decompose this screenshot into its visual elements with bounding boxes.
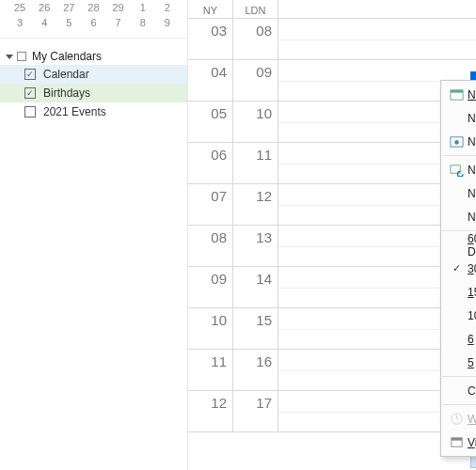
time-row: 0914 bbox=[188, 267, 476, 308]
menu-view-settings[interactable]: View Settings... bbox=[441, 431, 476, 454]
mini-cal-day[interactable]: 28 bbox=[81, 0, 105, 15]
time-slot[interactable] bbox=[278, 19, 476, 60]
mini-cal-day[interactable]: 9 bbox=[155, 15, 180, 30]
menu-scale-30[interactable]: ✓ 30 Minutes bbox=[441, 257, 476, 280]
mini-cal-day[interactable]: 4 bbox=[32, 15, 56, 30]
checkmark-icon: ✓ bbox=[445, 262, 468, 274]
time-row: 1015 bbox=[188, 308, 476, 350]
time-label-ny: 07 bbox=[188, 184, 233, 226]
group-label: My Calendars bbox=[32, 50, 102, 63]
mini-cal-day[interactable]: 5 bbox=[56, 15, 81, 30]
menu-scale-6[interactable]: 6 Minutes bbox=[441, 327, 476, 351]
calendar-list-item[interactable]: ✓Calendar bbox=[0, 65, 187, 84]
menu-scale-60[interactable]: 60 Minutes - Least Space for Details bbox=[441, 233, 476, 257]
menu-new-recurring-appointment[interactable]: New Recurring Appointment bbox=[441, 158, 476, 181]
mini-cal-day[interactable]: 6 bbox=[81, 15, 105, 30]
time-label-ny: 04 bbox=[188, 60, 233, 102]
settings-icon bbox=[445, 435, 468, 449]
menu-new-recurring-event[interactable]: New Recurring Event bbox=[441, 181, 476, 205]
menu-scale-15[interactable]: 15 Minutes bbox=[441, 280, 476, 304]
calendar-checkbox[interactable]: ✓ bbox=[24, 69, 36, 80]
time-label-ny: 12 bbox=[188, 391, 233, 432]
calendar-list-item[interactable]: 2021 Events bbox=[0, 102, 187, 121]
time-row: 0510 bbox=[188, 102, 476, 143]
time-label-ny: 10 bbox=[188, 308, 233, 350]
tz-label-ldn: LDN bbox=[233, 0, 278, 18]
sidebar: 2526272829123456789 My Calendars ✓Calend… bbox=[0, 0, 188, 470]
recurring-icon bbox=[445, 163, 468, 177]
meeting-icon bbox=[445, 134, 468, 149]
time-label-ldn: 09 bbox=[233, 60, 278, 102]
clock-icon bbox=[445, 412, 468, 426]
time-label-ny: 03 bbox=[188, 19, 233, 60]
mini-cal-day[interactable]: 29 bbox=[106, 0, 131, 15]
calendar-name: Birthdays bbox=[43, 86, 90, 100]
calendar-checkbox[interactable] bbox=[24, 106, 36, 118]
menu-scale-5[interactable]: 5 Minutes - Most Space for Details bbox=[441, 351, 476, 374]
collapse-icon bbox=[6, 55, 13, 59]
time-label-ldn: 11 bbox=[233, 143, 278, 184]
time-label-ny: 08 bbox=[188, 226, 233, 267]
menu-working-hours: Working Hours bbox=[441, 407, 476, 431]
mini-cal-day[interactable]: 25 bbox=[8, 0, 32, 15]
time-row: 0813 bbox=[188, 226, 476, 267]
time-row: 0712 bbox=[188, 184, 476, 226]
mini-cal-day[interactable]: 27 bbox=[56, 0, 81, 15]
mini-cal-day[interactable]: 8 bbox=[131, 15, 155, 30]
time-label-ldn: 13 bbox=[233, 226, 278, 267]
calendar-name: Calendar bbox=[43, 68, 89, 81]
time-label-ldn: 12 bbox=[233, 184, 278, 226]
time-label-ldn: 14 bbox=[233, 267, 278, 308]
menu-new-appointment[interactable]: New Appointment bbox=[441, 83, 476, 106]
context-menu: New Appointment New All Day Event New Me… bbox=[440, 80, 476, 457]
time-label-ldn: 08 bbox=[233, 19, 278, 60]
time-row: 0308 bbox=[188, 19, 476, 60]
calendar-group-header[interactable]: My Calendars bbox=[0, 48, 187, 65]
menu-scale-10[interactable]: 10 Minutes bbox=[441, 304, 476, 327]
svg-rect-1 bbox=[450, 90, 462, 93]
mini-cal-day[interactable]: 7 bbox=[106, 15, 131, 30]
time-label-ny: 06 bbox=[188, 143, 233, 184]
time-label-ny: 09 bbox=[188, 267, 233, 308]
divider bbox=[0, 38, 187, 39]
time-label-ldn: 10 bbox=[233, 102, 278, 143]
time-row: 1116 bbox=[188, 350, 476, 391]
time-row: 1217 bbox=[188, 391, 476, 432]
timezone-header: NY LDN bbox=[188, 0, 476, 19]
menu-change-timezone[interactable]: Change Time Zone... bbox=[441, 379, 476, 402]
menu-divider bbox=[442, 404, 476, 405]
time-row: 0409 bbox=[188, 60, 476, 102]
mini-calendar[interactable]: 2526272829123456789 bbox=[0, 0, 187, 36]
svg-point-3 bbox=[454, 140, 459, 145]
mini-cal-day[interactable]: 3 bbox=[8, 15, 32, 30]
time-label-ldn: 16 bbox=[233, 350, 278, 391]
calendar-list-item[interactable]: ✓Birthdays bbox=[0, 84, 187, 102]
menu-new-recurring-meeting[interactable]: New Recurring Meeting bbox=[441, 205, 476, 228]
time-row: 0611 bbox=[188, 143, 476, 184]
tz-label-ny: NY bbox=[188, 0, 233, 18]
group-checkbox[interactable] bbox=[17, 52, 26, 61]
calendar-icon bbox=[445, 87, 468, 102]
menu-new-all-day-event[interactable]: New All Day Event bbox=[441, 106, 476, 130]
svg-rect-7 bbox=[451, 438, 461, 441]
menu-divider bbox=[442, 155, 476, 156]
mini-cal-day[interactable]: 2 bbox=[155, 0, 180, 15]
mini-cal-day[interactable]: 1 bbox=[131, 0, 155, 15]
time-label-ny: 11 bbox=[188, 350, 233, 391]
menu-new-meeting-request[interactable]: New Meeting Request bbox=[441, 130, 476, 153]
calendar-name: 2021 Events bbox=[43, 105, 106, 118]
mini-cal-day[interactable]: 26 bbox=[32, 0, 56, 15]
calendar-checkbox[interactable]: ✓ bbox=[24, 87, 36, 99]
menu-divider bbox=[442, 376, 476, 377]
calendar-grid[interactable]: NY LDN 030804090510061107120813091410151… bbox=[188, 0, 476, 470]
time-label-ny: 05 bbox=[188, 102, 233, 143]
time-label-ldn: 17 bbox=[233, 391, 278, 432]
time-label-ldn: 15 bbox=[233, 308, 278, 350]
